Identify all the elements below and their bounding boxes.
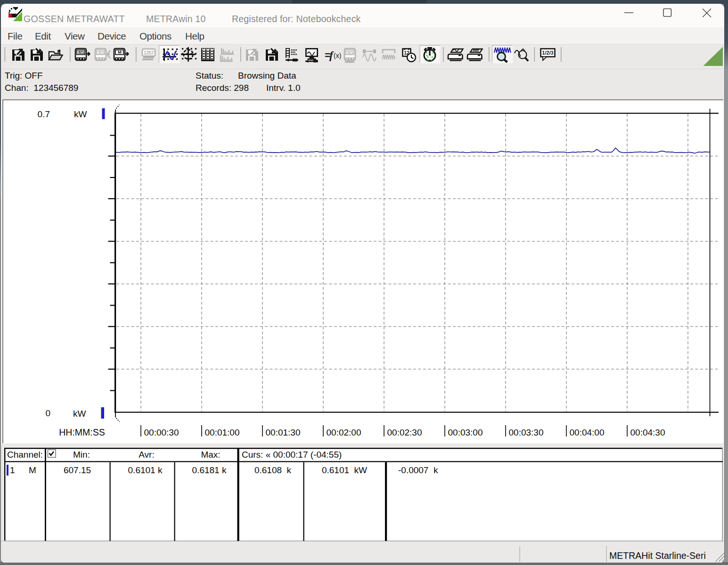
svg-text:321: 321 [78,49,85,55]
svg-text:0: 0 [45,408,50,418]
svg-text:(x): (x) [334,52,341,59]
svg-text:METRAHit Starline-Seri: METRAHit Starline-Seri [609,550,706,561]
svg-text:00:01:30: 00:01:30 [266,428,301,437]
svg-text:0.6108 k: 0.6108 k [254,465,292,475]
svg-text:0.6181 k: 0.6181 k [192,465,227,475]
svg-text:00:03:30: 00:03:30 [509,428,544,437]
svg-text:M: M [118,49,122,55]
svg-text:M: M [29,465,36,475]
svg-text:HH:MM:SS: HH:MM:SS [59,427,105,437]
svg-text:00:01:00: 00:01:00 [205,428,240,437]
svg-text:00:00:30: 00:00:30 [144,428,179,437]
svg-text:321: 321 [347,49,354,55]
svg-text:Max:: Max: [201,450,220,460]
svg-text:607.15: 607.15 [64,465,91,475]
svg-text:1/2/3: 1/2/3 [542,50,553,56]
svg-text:kW: kW [73,409,86,419]
svg-text:0.6101 kW: 0.6101 kW [322,465,367,475]
svg-text:0.7: 0.7 [38,109,50,119]
svg-text:-0.0007 k: -0.0007 k [398,465,438,475]
svg-text:Curs: « 00:00:17 (-04:55): Curs: « 00:00:17 (-04:55) [242,450,342,460]
svg-text:00:04:30: 00:04:30 [630,428,665,437]
svg-text:00:03:00: 00:03:00 [448,428,483,437]
svg-text:0.6101 k: 0.6101 k [128,465,163,475]
svg-text:00:02:30: 00:02:30 [387,428,422,437]
svg-text:1: 1 [10,465,15,475]
svg-text:00:02:00: 00:02:00 [327,428,361,437]
svg-text:1257: 1257 [144,50,154,56]
svg-text:00:04:00: 00:04:00 [570,428,605,437]
svg-text:321: 321 [98,49,105,55]
svg-text:Avr:: Avr: [139,450,154,460]
svg-text:kW: kW [74,109,87,119]
svg-text:Min:: Min: [73,450,90,460]
svg-text:Channel:: Channel: [7,450,43,460]
